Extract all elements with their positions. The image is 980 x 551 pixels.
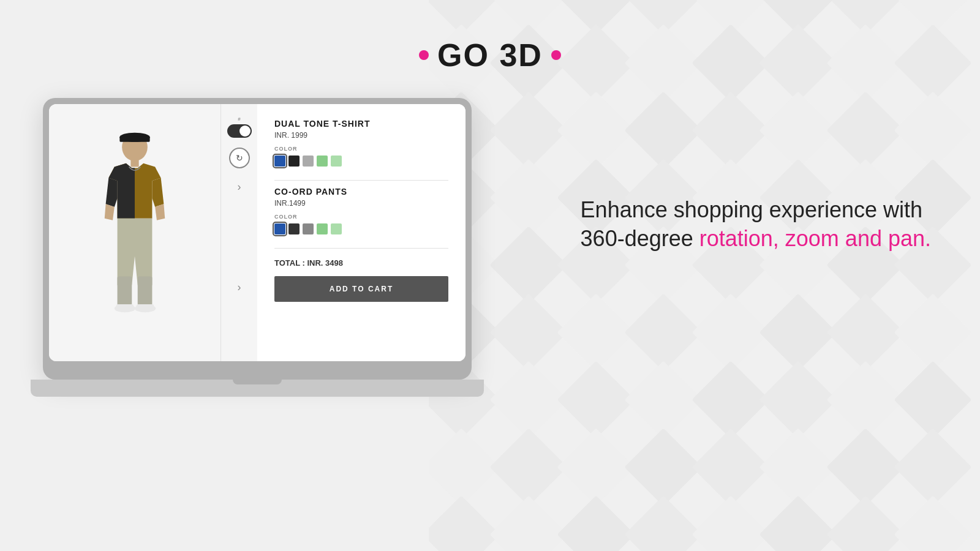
enhance-line1: Enhance shopping experience with bbox=[581, 197, 922, 222]
diamond-cell bbox=[496, 300, 564, 367]
product-2-price: INR.1499 bbox=[274, 199, 448, 208]
enhance-line2: 360-degree bbox=[581, 226, 699, 251]
laptop-screen: # ↻ › › bbox=[49, 104, 466, 361]
enhance-highlight: rotation, zoom and pan. bbox=[699, 226, 931, 251]
diamond-cell bbox=[496, 367, 564, 435]
page-title: GO 3D bbox=[419, 37, 561, 73]
controls-panel: # ↻ › › bbox=[221, 104, 257, 361]
diamond-cell bbox=[631, 367, 698, 435]
product-1-price: INR. 1999 bbox=[274, 131, 448, 140]
diamond-cell bbox=[631, 435, 698, 502]
add-to-cart-button[interactable]: ADD TO CART bbox=[274, 276, 448, 302]
diamond-cell bbox=[698, 98, 766, 165]
model-area bbox=[49, 104, 221, 361]
svg-rect-9 bbox=[137, 304, 154, 309]
diamond-cell bbox=[766, 300, 833, 367]
total-amount: TOTAL : INR. 3498 bbox=[274, 258, 448, 268]
product-2-section: CO-ORD PANTS INR.1499 COLOR bbox=[274, 187, 448, 242]
diamond-cell bbox=[564, 300, 631, 367]
swatch-green-2[interactable] bbox=[317, 223, 328, 234]
navigate-prev[interactable]: › bbox=[231, 178, 248, 195]
diamond-cell bbox=[698, 300, 766, 367]
diamond-cell bbox=[631, 300, 698, 367]
diamond-cell bbox=[631, 98, 698, 165]
toggle-knob bbox=[239, 126, 251, 137]
diamond-cell bbox=[429, 502, 496, 551]
dot-left bbox=[419, 50, 429, 60]
diamond-cell bbox=[833, 98, 900, 165]
product-1-color-label: COLOR bbox=[274, 146, 448, 152]
diamond-cell bbox=[833, 300, 900, 367]
diamond-cell bbox=[900, 435, 968, 502]
arrow-right-icon: › bbox=[238, 181, 241, 193]
3d-figure bbox=[86, 129, 184, 349]
right-content: Enhance shopping experience with 360-deg… bbox=[581, 196, 931, 253]
rotate-360-button[interactable]: ↻ bbox=[229, 148, 250, 168]
svg-rect-2 bbox=[119, 136, 149, 141]
swatch-gray-1[interactable] bbox=[303, 156, 314, 167]
svg-rect-7 bbox=[116, 304, 134, 309]
diamond-cell bbox=[900, 98, 968, 165]
swatch-black-1[interactable] bbox=[288, 156, 300, 167]
diamond-cell bbox=[564, 502, 631, 551]
laptop-base bbox=[31, 380, 484, 397]
product-1-name: DUAL TONE T-SHIRT bbox=[274, 119, 448, 129]
title-text: GO 3D bbox=[437, 37, 543, 73]
swatch-green-1[interactable] bbox=[317, 156, 328, 167]
background-pattern: // Generate diamond cells const grid = d… bbox=[429, 0, 980, 551]
diamond-cell bbox=[496, 98, 564, 165]
swatch-gray-2[interactable] bbox=[303, 223, 314, 234]
swatch-darkgray-2[interactable] bbox=[288, 223, 300, 234]
diamond-cell bbox=[496, 165, 564, 233]
toggle-control[interactable] bbox=[227, 124, 252, 138]
product-2-name: CO-ORD PANTS bbox=[274, 187, 448, 197]
diamond-cell bbox=[496, 233, 564, 300]
diamond-cell bbox=[833, 502, 900, 551]
diamond-cell bbox=[766, 502, 833, 551]
figure-svg bbox=[86, 129, 184, 349]
product-2-color-label: COLOR bbox=[274, 214, 448, 220]
navigate-next[interactable]: › bbox=[231, 279, 248, 296]
swatch-lightgreen-2[interactable] bbox=[331, 223, 342, 234]
diamond-cell bbox=[900, 502, 968, 551]
diamond-cell bbox=[564, 435, 631, 502]
diamond-cell bbox=[496, 435, 564, 502]
diamond-cell bbox=[564, 367, 631, 435]
diamond-cell bbox=[496, 502, 564, 551]
diamond-cell bbox=[900, 300, 968, 367]
svg-rect-3 bbox=[130, 160, 138, 167]
product-1-section: DUAL TONE T-SHIRT INR. 1999 COLOR bbox=[274, 119, 448, 174]
swatch-lightgreen-1[interactable] bbox=[331, 156, 342, 167]
dot-right bbox=[551, 50, 561, 60]
diamond-cell bbox=[900, 367, 968, 435]
laptop-mockup: # ↻ › › bbox=[43, 98, 484, 416]
product-details-panel: DUAL TONE T-SHIRT INR. 1999 COLOR CO-ORD… bbox=[257, 104, 466, 361]
toggle-label: # bbox=[238, 116, 240, 122]
diamond-cell bbox=[564, 98, 631, 165]
product-1-color-swatches bbox=[274, 156, 448, 167]
diamond-cell bbox=[698, 502, 766, 551]
diamond-cell bbox=[766, 367, 833, 435]
diamond-cell bbox=[698, 367, 766, 435]
diamond-cell bbox=[833, 367, 900, 435]
diamond-grid: // Generate diamond cells const grid = d… bbox=[429, 0, 980, 551]
arrow-right-icon-2: › bbox=[238, 281, 241, 294]
laptop-outer: # ↻ › › bbox=[43, 98, 472, 380]
divider-1 bbox=[274, 180, 448, 181]
diamond-cell bbox=[631, 502, 698, 551]
swatch-blue-2[interactable] bbox=[274, 223, 285, 234]
enhance-text: Enhance shopping experience with 360-deg… bbox=[581, 196, 931, 253]
diamond-cell bbox=[698, 435, 766, 502]
diamond-cell bbox=[766, 435, 833, 502]
product-2-color-swatches bbox=[274, 223, 448, 234]
rotate-icon: ↻ bbox=[236, 153, 243, 163]
divider-2 bbox=[274, 248, 448, 249]
swatch-blue-1[interactable] bbox=[274, 156, 285, 167]
svg-rect-4 bbox=[118, 277, 132, 305]
header: GO 3D bbox=[0, 37, 980, 73]
svg-rect-5 bbox=[138, 277, 153, 305]
diamond-cell bbox=[766, 98, 833, 165]
diamond-cell bbox=[429, 435, 496, 502]
diamond-cell bbox=[833, 435, 900, 502]
